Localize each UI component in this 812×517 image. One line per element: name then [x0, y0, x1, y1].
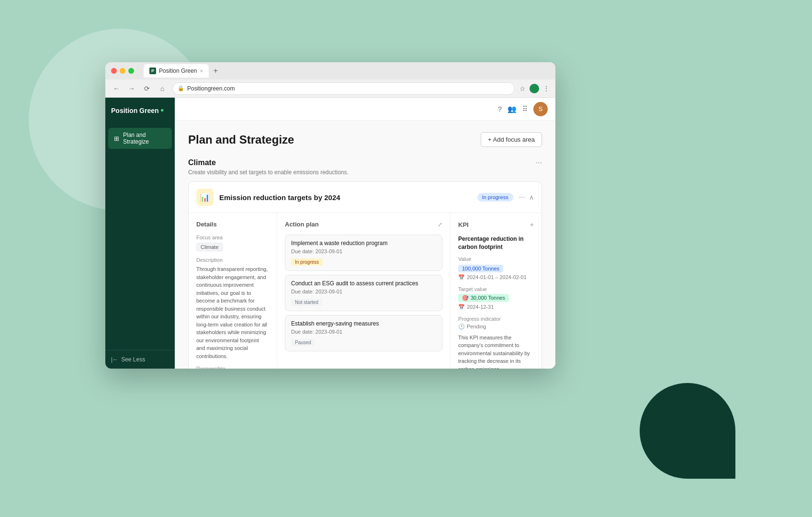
browser-profile-icon[interactable]: [530, 84, 539, 93]
description-label: Description: [196, 257, 269, 263]
plan-strategize-icon: ⊞: [114, 135, 119, 142]
details-col-title: Details: [196, 221, 217, 228]
section-title: Climate: [188, 158, 349, 167]
action-item-1-due: Due date: 2023-09-01: [291, 289, 436, 294]
kpi-value-label: Value: [458, 256, 534, 262]
clock-icon: 🕐: [458, 324, 465, 330]
section-description: Create visibility and set targets to ena…: [188, 169, 349, 176]
focus-card-title: Emission reduction targets by 2024: [219, 193, 472, 202]
kpi-col-title: KPI: [458, 221, 469, 228]
kpi-target-tag: 🎯 30,000 Tonnes: [458, 294, 509, 302]
action-item-2-status: Paused: [291, 339, 315, 346]
action-item-0[interactable]: Implement a waste reduction program Due …: [285, 235, 442, 271]
see-less-label: See Less: [121, 356, 145, 363]
target-icon: 🎯: [462, 295, 469, 301]
tab-label: Position Green: [159, 67, 197, 74]
minimize-button[interactable]: [120, 68, 125, 74]
browser-tab[interactable]: P Position Green ×: [144, 64, 209, 78]
focus-area-card: 📊 Emission reduction targets by 2024 In …: [188, 181, 542, 369]
responsible-label: Responsible: [196, 366, 269, 369]
action-item-1-status: Not started: [291, 299, 322, 306]
details-column: Details Focus area Climate Description T…: [189, 213, 277, 369]
card-body: Details Focus area Climate Description T…: [189, 213, 541, 369]
action-item-0-title: Implement a waste reduction program: [291, 240, 436, 247]
browser-window: P Position Green × + ← → ⟳ ⌂ 🔒 Positiong…: [105, 62, 555, 369]
traffic-lights: [111, 68, 134, 74]
browser-titlebar: P Position Green × +: [105, 62, 555, 79]
see-less-button[interactable]: |← See Less: [111, 356, 169, 363]
kpi-progress-label: Progress indicator: [458, 316, 534, 322]
kpi-progress-status: 🕐 Pending: [458, 324, 534, 330]
apps-icon[interactable]: ⠿: [522, 105, 528, 113]
app-content: Position Green • ⊞ Plan and Strategize |…: [105, 98, 555, 369]
browser-addressbar: ← → ⟳ ⌂ 🔒 Positiongreen.com ☆ ⋮: [105, 79, 555, 98]
add-kpi-icon[interactable]: +: [530, 221, 534, 228]
action-item-0-due: Due date: 2023-09-01: [291, 248, 436, 254]
page-body: Plan and Strategize + Add focus area Cli…: [175, 121, 555, 369]
page-header: Plan and Strategize + Add focus area: [188, 132, 542, 147]
back-button[interactable]: ←: [111, 83, 122, 94]
reload-button[interactable]: ⟳: [142, 83, 152, 94]
avatar[interactable]: S: [533, 102, 548, 116]
bg-decoration-shape: [640, 383, 735, 479]
description-text: Through transparent reporting, stakehold…: [196, 265, 269, 360]
section-info: Climate Create visibility and set target…: [188, 158, 349, 176]
sidebar-item-label: Plan and Strategize: [123, 132, 166, 145]
tab-close-icon[interactable]: ×: [200, 68, 203, 74]
details-col-header: Details: [196, 221, 269, 228]
page-title: Plan and Strategize: [188, 133, 294, 146]
action-item-2[interactable]: Establish energy-saving measures Due dat…: [285, 315, 442, 351]
new-tab-button[interactable]: +: [211, 67, 221, 75]
card-menu-icon[interactable]: ···: [519, 193, 525, 202]
kpi-date-range: 📅 2024-01-01 – 2024-02-01: [458, 274, 534, 281]
kpi-description: This KPI measures the company's commitme…: [458, 334, 534, 369]
target-value: 30,000 Tonnes: [471, 295, 505, 301]
close-button[interactable]: [111, 68, 117, 74]
people-icon[interactable]: 👥: [508, 105, 517, 113]
sidebar-logo: Position Green •: [105, 98, 175, 123]
add-focus-area-button[interactable]: + Add focus area: [481, 132, 542, 147]
action-item-2-due: Due date: 2023-09-01: [291, 329, 436, 335]
sidebar: Position Green • ⊞ Plan and Strategize |…: [105, 98, 175, 369]
help-icon[interactable]: ?: [498, 105, 502, 113]
logo-dot: •: [161, 105, 164, 115]
kpi-col-header: KPI +: [458, 221, 534, 228]
tab-area: P Position Green × +: [144, 64, 221, 78]
status-badge: In progress: [477, 193, 513, 202]
kpi-column: KPI + Percentage reduction in carbon foo…: [451, 213, 541, 369]
action-plan-column: Action plan ⤢ Implement a waste reductio…: [277, 213, 451, 369]
app-header: ? 👥 ⠿ S: [175, 98, 555, 121]
see-less-icon: |←: [111, 356, 118, 363]
avatar-initials: S: [539, 105, 543, 112]
address-bar[interactable]: 🔒 Positiongreen.com: [172, 82, 515, 95]
action-item-1-title: Conduct an ESG audit to assess current p…: [291, 280, 436, 287]
focus-area-label: Focus area: [196, 235, 269, 240]
expand-action-plan-icon[interactable]: ⤢: [438, 221, 442, 228]
focus-card-header: 📊 Emission reduction targets by 2024 In …: [189, 182, 541, 213]
maximize-button[interactable]: [128, 68, 134, 74]
browser-actions: ☆ ⋮: [519, 84, 550, 93]
url-text: Positiongreen.com: [187, 85, 235, 92]
browser-menu-icon[interactable]: ⋮: [543, 85, 550, 92]
action-item-1[interactable]: Conduct an ESG audit to assess current p…: [285, 275, 442, 311]
kpi-title: Percentage reduction in carbon footprint: [458, 235, 534, 251]
forward-button[interactable]: →: [126, 83, 137, 94]
tab-favicon: P: [149, 67, 156, 74]
sidebar-footer: |← See Less: [105, 350, 175, 369]
collapse-button[interactable]: ∧: [529, 193, 534, 201]
logo-text: Position Green: [111, 107, 159, 114]
main-content: ? 👥 ⠿ S Plan and Strategize + Add focus …: [175, 98, 555, 369]
kpi-target-date: 📅 2024-12-31: [458, 304, 534, 310]
action-item-0-status: In progress: [291, 258, 323, 266]
action-plan-col-title: Action plan: [285, 221, 319, 228]
focus-card-icon: 📊: [196, 189, 214, 206]
focus-area-value: Climate: [196, 243, 269, 251]
action-item-2-title: Establish energy-saving measures: [291, 320, 436, 327]
bookmark-icon[interactable]: ☆: [519, 85, 526, 92]
section-menu-icon[interactable]: ···: [536, 158, 542, 167]
home-button[interactable]: ⌂: [157, 83, 168, 94]
focus-area-tag: Climate: [196, 243, 223, 251]
kpi-value-tag: 100,000 Tonnes: [458, 265, 503, 272]
section-header: Climate Create visibility and set target…: [188, 158, 542, 176]
sidebar-item-plan-strategize[interactable]: ⊞ Plan and Strategize: [108, 128, 172, 149]
